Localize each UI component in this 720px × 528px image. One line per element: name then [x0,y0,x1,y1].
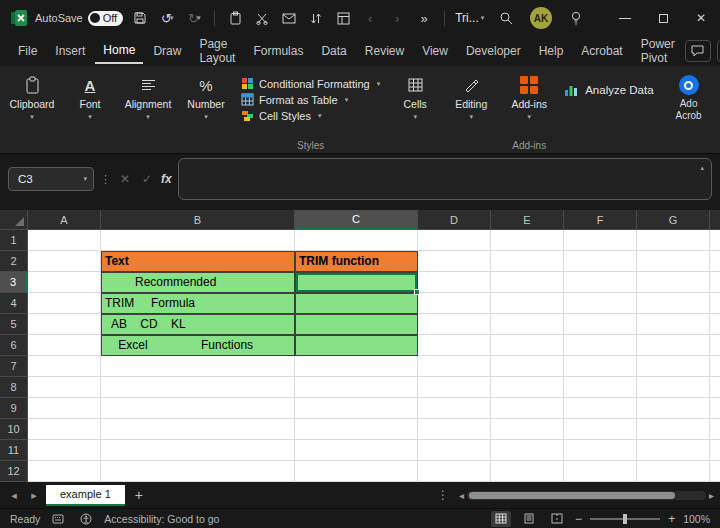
avatar[interactable]: AK [530,7,552,29]
conditional-formatting-button[interactable]: Conditional Formatting ▾ [241,77,380,90]
cell-G12[interactable] [637,461,710,482]
cell-F2[interactable] [564,251,637,272]
drag-handle-icon[interactable]: ⋮ [100,173,111,186]
column-header-D[interactable]: D [418,210,491,230]
maximize-button[interactable] [644,0,682,36]
cell-D10[interactable] [418,419,491,440]
row-header-2[interactable]: 2 [0,251,28,272]
analyze-data-button[interactable]: Analyze Data [564,83,653,97]
cell-G11[interactable] [637,440,710,461]
tab-review[interactable]: Review [357,39,412,63]
adobe-acrobat-button[interactable]: Ado Acrob [666,71,712,122]
cell-A6[interactable] [28,335,101,356]
cell-A12[interactable] [28,461,101,482]
cell-E1[interactable] [491,230,564,251]
cells-button[interactable]: Cells ▾ [392,71,438,121]
row-header-1[interactable]: 1 [0,230,28,251]
tab-acrobat[interactable]: Acrobat [573,39,630,63]
cell-styles-button[interactable]: Cell Styles ▾ [241,109,380,122]
row-header-5[interactable]: 5 [0,314,28,335]
lightbulb-icon[interactable] [566,7,586,29]
cell-B10[interactable] [101,419,295,440]
scroll-left-icon[interactable]: ◂ [459,490,464,501]
tab-formulas[interactable]: Formulas [245,39,311,63]
clipboard-button[interactable]: Clipboard ▾ [9,71,55,121]
cell-G4[interactable] [637,293,710,314]
cell-A9[interactable] [28,398,101,419]
accessibility-status[interactable]: Accessibility: Good to go [104,513,219,525]
cell-E7[interactable] [491,356,564,377]
column-header-C[interactable]: C [295,210,418,230]
formula-input[interactable]: ▴ [178,158,712,200]
cell-B7[interactable] [101,356,295,377]
cell-C8[interactable] [295,377,418,398]
zoom-slider-knob[interactable] [623,514,627,524]
fill-handle[interactable] [414,289,420,295]
tab-page-layout[interactable]: Page Layout [191,32,243,70]
cell-D5[interactable] [418,314,491,335]
cell-E4[interactable] [491,293,564,314]
cell-G5[interactable] [637,314,710,335]
row-header-10[interactable]: 10 [0,419,28,440]
column-header-A[interactable]: A [28,210,101,230]
cell-F9[interactable] [564,398,637,419]
tab-developer[interactable]: Developer [458,39,529,63]
cell-D12[interactable] [418,461,491,482]
cell-G8[interactable] [637,377,710,398]
cell-C9[interactable] [295,398,418,419]
close-button[interactable]: ✕ [682,0,720,36]
insert-function-button[interactable]: fx [161,172,172,186]
cell-E8[interactable] [491,377,564,398]
cell-A10[interactable] [28,419,101,440]
zoom-out-icon[interactable]: − [575,512,582,526]
cell-B8[interactable] [101,377,295,398]
column-header-G[interactable]: G [637,210,710,230]
cell-B1[interactable] [101,230,295,251]
autosave-switch[interactable]: Off [88,11,123,26]
zoom-level[interactable]: 100% [683,513,710,525]
row-header-12[interactable]: 12 [0,461,28,482]
format-as-table-button[interactable]: Format as Table ▾ [241,93,380,106]
minimize-button[interactable]: — [606,0,644,36]
cell-C11[interactable] [295,440,418,461]
cell-C4[interactable] [295,293,418,314]
font-button[interactable]: A Font ▾ [67,71,113,121]
addins-button[interactable]: Add-ins ▾ [506,71,552,121]
cancel-formula-icon[interactable]: ✕ [117,172,133,186]
tab-home[interactable]: Home [95,38,143,64]
editing-button[interactable]: Editing ▾ [448,71,494,121]
cell-F11[interactable] [564,440,637,461]
cell-D8[interactable] [418,377,491,398]
document-title[interactable]: Tri... ▾ [455,11,484,25]
save-icon[interactable] [130,7,150,29]
zoom-in-icon[interactable]: + [668,512,675,526]
cell-G3[interactable] [637,272,710,293]
page-layout-view-icon[interactable] [519,511,539,527]
cell-E9[interactable] [491,398,564,419]
add-sheet-button[interactable]: + [129,487,149,503]
cell-E5[interactable] [491,314,564,335]
clipboard-paste-icon[interactable] [225,7,245,29]
enter-formula-icon[interactable]: ✓ [139,172,155,186]
cell-D2[interactable] [418,251,491,272]
cell-E3[interactable] [491,272,564,293]
cell-B6[interactable]: Excel Functions [101,335,295,356]
cell-A2[interactable] [28,251,101,272]
cell-A3[interactable] [28,272,101,293]
row-header-11[interactable]: 11 [0,440,28,461]
sheet-tab-example-1[interactable]: example 1 [46,485,125,506]
column-header-F[interactable]: F [564,210,637,230]
comments-button[interactable] [685,40,711,62]
sheet-nav-left-icon[interactable]: ◂ [6,489,22,502]
mail-icon[interactable] [279,7,299,29]
collapse-formula-bar-icon[interactable]: ▴ [700,164,704,172]
sheet-nav-right-icon[interactable]: ▸ [26,489,42,502]
cell-D3[interactable] [418,272,491,293]
cell-C2[interactable]: TRIM function [295,251,418,272]
cell-D6[interactable] [418,335,491,356]
cell-F12[interactable] [564,461,637,482]
cell-D11[interactable] [418,440,491,461]
cell-A1[interactable] [28,230,101,251]
row-header-7[interactable]: 7 [0,356,28,377]
cell-B5[interactable]: AB CD KL [101,314,295,335]
